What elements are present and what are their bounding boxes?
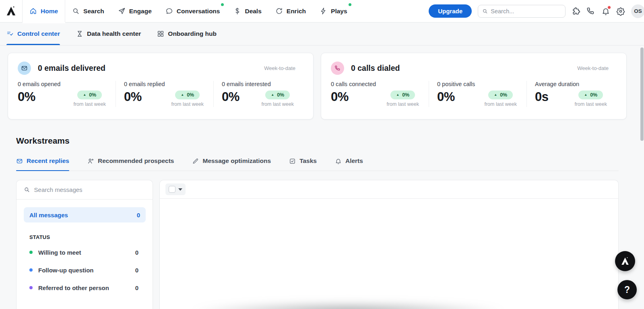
sync-icon <box>275 7 283 15</box>
delta-value: 0% <box>277 92 284 98</box>
nav-item-label: Plays <box>331 8 347 15</box>
nav-item-deals[interactable]: Deals <box>227 0 268 22</box>
search-icon <box>24 186 30 193</box>
status-dot-purple <box>29 286 33 289</box>
tab-recommended-prospects[interactable]: Recommended prospects <box>87 157 174 165</box>
metric-average-duration: Average duration 0s ▲0% from last week <box>526 81 617 107</box>
card-header: 0 calls dialed Week-to-date <box>331 62 617 75</box>
top-nav: Home Search Engage Conversations Deal <box>0 0 644 23</box>
delta-caption: from last week <box>386 101 419 107</box>
tab-message-optimizations[interactable]: Message optimizations <box>192 157 271 165</box>
messages-search-input[interactable] <box>34 186 145 193</box>
tab-control-center[interactable]: Control center <box>6 23 60 45</box>
search-icon <box>72 7 80 15</box>
filter-referred-to-other-person[interactable]: Referred to other person 0 <box>17 279 153 297</box>
apollo-assistant-fab[interactable] <box>615 251 635 271</box>
tab-alerts[interactable]: Alerts <box>335 157 363 165</box>
metric-value: 0% <box>18 90 35 104</box>
workstreams-title: Workstreams <box>16 136 70 146</box>
status-count: 0 <box>135 284 138 291</box>
metric-calls-connected: 0 calls connected 0% ▲0% from last week <box>331 81 429 107</box>
subnav-label: Data health center <box>87 30 141 37</box>
notification-badge <box>607 6 611 9</box>
settings-button[interactable] <box>616 7 625 16</box>
sub-nav: Control center Data health center Onboar… <box>0 23 644 45</box>
status-count: 0 <box>135 267 138 274</box>
card-period: Week-to-date <box>264 65 303 71</box>
nav-item-label: Engage <box>129 8 152 15</box>
user-avatar[interactable]: OS <box>631 4 644 18</box>
global-search-input[interactable] <box>491 8 561 14</box>
chat-bubble-icon <box>165 7 173 15</box>
metric-label: Average duration <box>535 81 617 87</box>
nav-item-label: Search <box>83 8 104 15</box>
tab-data-health-center[interactable]: Data health center <box>76 23 141 45</box>
nav-item-enrich[interactable]: Enrich <box>268 0 313 22</box>
tab-recent-replies[interactable]: Recent replies <box>16 157 69 165</box>
filter-label: All messages <box>29 212 68 218</box>
nav-item-label: Home <box>41 8 58 15</box>
up-arrow-icon: ▲ <box>83 93 86 97</box>
status-dot-blue <box>29 268 33 272</box>
dollar-icon <box>233 7 241 15</box>
card-metrics: 0 calls connected 0% ▲0% from last week … <box>331 81 617 107</box>
status-section-header: STATUS <box>29 234 153 240</box>
status-dot-green <box>29 251 33 254</box>
metric-label: 0 emails replied <box>124 81 213 87</box>
filter-willing-to-meet[interactable]: Willing to meet 0 <box>17 243 153 261</box>
status-label: Follow-up question <box>38 267 135 274</box>
delta-badge: ▲0% <box>578 91 603 99</box>
nav-item-engage[interactable]: Engage <box>111 0 159 22</box>
metric-positive-calls: 0 positive calls 0% ▲0% from last week <box>429 81 526 107</box>
dialer-button[interactable] <box>586 7 595 16</box>
delta-caption: from last week <box>261 101 294 107</box>
card-header: 0 emails delivered Week-to-date <box>18 62 303 75</box>
delta-value: 0% <box>500 92 507 98</box>
tab-onboarding-hub[interactable]: Onboarding hub <box>157 23 217 45</box>
filter-all-messages[interactable]: All messages 0 <box>24 207 146 222</box>
select-all-checkbox[interactable] <box>169 186 175 193</box>
help-fab[interactable]: ? <box>617 280 637 299</box>
workstreams-panels: All messages 0 STATUS Willing to meet 0 … <box>16 180 619 309</box>
tab-label: Recent replies <box>27 157 69 165</box>
chevron-down-icon <box>178 188 182 191</box>
stats-row: 0 emails delivered Week-to-date 0 emails… <box>8 53 627 119</box>
delta-value: 0% <box>590 92 597 98</box>
question-mark-icon: ? <box>624 284 630 295</box>
delta-caption: from last week <box>484 101 517 107</box>
scrollbar[interactable] <box>640 47 644 141</box>
workstreams-tabs: Recent replies Recommended prospects Mes… <box>16 157 619 171</box>
bulk-select-button[interactable] <box>165 183 186 195</box>
nav-item-label: Conversations <box>177 8 220 15</box>
nav-item-plays[interactable]: Plays <box>313 0 354 22</box>
delta-value: 0% <box>402 92 409 98</box>
messages-filter-panel: All messages 0 STATUS Willing to meet 0 … <box>16 180 153 309</box>
card-period: Week-to-date <box>577 65 617 71</box>
status-count: 0 <box>135 249 138 256</box>
extensions-button[interactable] <box>572 7 580 16</box>
phone-icon <box>334 65 341 72</box>
apollo-logo[interactable] <box>0 0 23 22</box>
notifications-button[interactable] <box>601 7 610 16</box>
apollo-logo-icon <box>620 256 630 266</box>
filter-follow-up-question[interactable]: Follow-up question 0 <box>17 261 153 279</box>
upgrade-button[interactable]: Upgrade <box>429 4 472 18</box>
nav-item-search[interactable]: Search <box>65 0 111 22</box>
nav-item-home[interactable]: Home <box>23 0 65 22</box>
metric-value: 0% <box>222 90 239 104</box>
notification-dot <box>221 3 224 6</box>
status-label: Referred to other person <box>38 284 135 291</box>
tab-label: Message optimizations <box>202 157 271 165</box>
email-icon-badge <box>18 62 31 75</box>
global-search-box[interactable] <box>478 5 566 18</box>
metric-label: 0 positive calls <box>437 81 526 87</box>
nav-item-conversations[interactable]: Conversations <box>159 0 227 22</box>
bulk-actions-row <box>160 180 618 199</box>
notification-dot <box>349 3 351 6</box>
metric-value: 0% <box>437 90 455 104</box>
status-label: Willing to meet <box>38 249 135 256</box>
messages-search-box[interactable] <box>17 180 153 200</box>
tab-label: Recommended prospects <box>98 157 174 165</box>
tab-tasks[interactable]: Tasks <box>289 157 317 165</box>
email-icon <box>21 65 28 72</box>
